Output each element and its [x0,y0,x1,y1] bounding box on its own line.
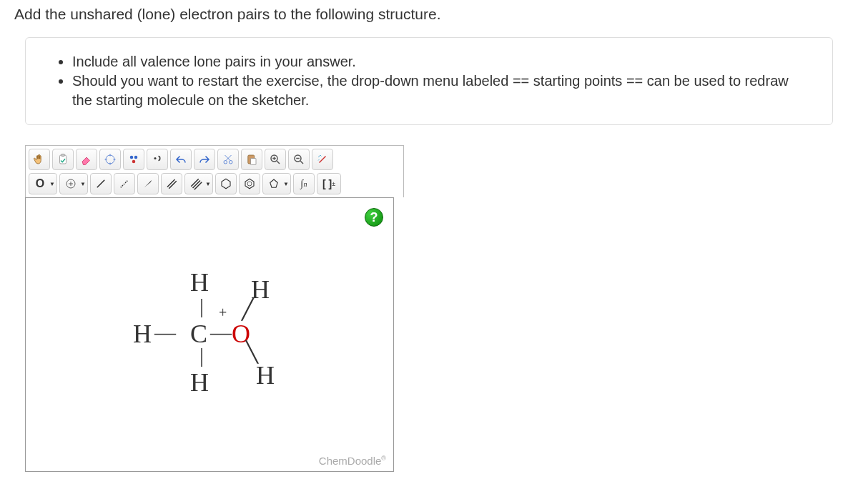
bond-horizontal: — [154,322,174,343]
redo-icon[interactable] [194,149,215,170]
paste-icon[interactable] [241,149,262,170]
svg-point-2 [106,155,114,164]
svg-marker-17 [270,179,278,187]
clipboard-icon[interactable] [52,149,74,170]
svg-marker-14 [222,179,230,189]
cut-icon[interactable] [217,149,239,170]
zoom-in-icon[interactable] [265,149,286,170]
zoom-out-icon[interactable] [288,149,310,170]
bond-diagonal: ╲ [246,342,258,362]
svg-rect-1 [61,154,65,157]
sketcher-canvas[interactable]: ? H H | + ╱ H — C — O | ╲ H H [25,197,394,472]
charge-picker-button[interactable]: ▼ [59,173,88,194]
svg-marker-15 [245,179,254,189]
lone-pair-icon[interactable] [123,149,144,170]
sketcher-widget: O ▼ ▼ ▼ [25,145,404,472]
benzene-icon[interactable] [239,173,260,194]
toolbar-row-1 [27,147,402,172]
bond-vertical: | [199,345,204,366]
bond-diagonal: ╱ [242,300,254,320]
chevron-down-icon: ▼ [283,181,289,187]
atom-c: C [190,321,207,347]
question-title: Add the unshared (lone) electron pairs t… [14,6,844,23]
atom-h: H [133,321,152,347]
svg-rect-10 [251,159,257,165]
svg-point-6 [154,157,157,159]
cyclohexane-icon[interactable] [215,173,237,194]
double-bond-icon[interactable] [161,173,182,194]
atom-h: H [190,270,209,295]
element-label: O [36,177,44,190]
instructions-box: Include all valence lone pairs in your a… [25,37,833,125]
atom-h: H [256,362,275,388]
toolbar-row-2: O ▼ ▼ ▼ [27,172,402,196]
triple-bond-icon[interactable]: ▼ [184,173,213,194]
wedge-bond-icon[interactable] [137,173,159,194]
clean-icon[interactable] [312,149,333,170]
element-picker-button[interactable]: O ▼ [29,173,57,194]
chevron-down-icon: ▼ [205,181,211,187]
svg-point-5 [132,160,136,164]
atom-h: H [190,370,209,395]
center-icon[interactable] [99,149,121,170]
chevron-down-icon: ▼ [49,181,55,187]
single-bond-icon[interactable] [90,173,112,194]
svg-point-3 [130,156,134,159]
undo-icon[interactable] [170,149,192,170]
charge-plus: + [219,305,227,320]
svg-point-4 [134,156,138,159]
svg-point-16 [247,182,252,186]
ring-picker-icon[interactable]: ▼ [262,173,291,194]
bond-horizontal: — [210,322,230,343]
bond-vertical: | [199,295,204,317]
watermark: ChemDoodle® [319,455,386,467]
integral-icon[interactable]: ∫n [293,173,315,194]
help-button[interactable]: ? [365,208,383,227]
eraser-icon[interactable] [76,149,97,170]
svg-point-8 [230,161,233,164]
instruction-item: Should you want to restart the exercise,… [72,71,811,110]
radical-icon[interactable] [147,149,168,170]
dotted-bond-icon[interactable] [114,173,135,194]
toolbar: O ▼ ▼ ▼ [25,145,404,197]
svg-point-7 [224,161,227,164]
instruction-item: Include all valence lone pairs in your a… [72,52,811,71]
bracket-icon[interactable]: [ ]± [317,173,341,194]
chevron-down-icon: ▼ [80,181,86,187]
hand-tool-icon[interactable] [29,149,50,170]
